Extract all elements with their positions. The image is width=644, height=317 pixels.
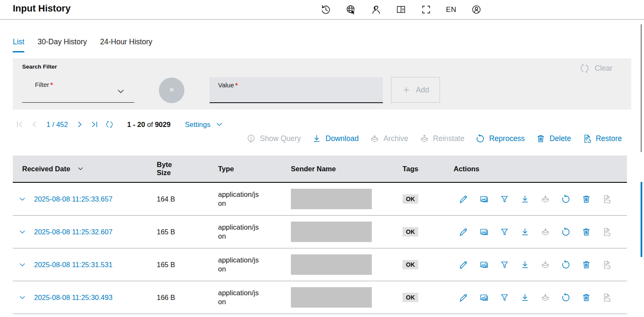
sender-name-redacted bbox=[291, 189, 372, 209]
row-expand-chevron-icon[interactable] bbox=[18, 195, 26, 203]
pagination: 1 / 452 1 - 20 of 9029 Settings bbox=[15, 118, 224, 131]
value-input[interactable]: Value* bbox=[210, 77, 383, 103]
tab-24-hour-history[interactable]: 24-Hour History bbox=[100, 37, 152, 52]
input-history-page: Input History EN List 30-Day History 24-… bbox=[0, 0, 644, 317]
tags-cell: OK bbox=[402, 260, 454, 269]
archive-button[interactable]: Archive bbox=[370, 134, 408, 144]
filter-icon[interactable] bbox=[500, 194, 509, 204]
reprocess-label: Reprocess bbox=[489, 134, 525, 143]
image-preview-icon[interactable] bbox=[479, 260, 489, 270]
type-value: application/json bbox=[218, 288, 262, 307]
clear-label: Clear bbox=[595, 64, 612, 73]
byte-size-cell: 164 B bbox=[157, 195, 218, 203]
status-badge: OK bbox=[402, 227, 418, 236]
type-value: application/json bbox=[218, 190, 262, 208]
row-expand-chevron-icon[interactable] bbox=[18, 261, 26, 269]
restore-label: Restore bbox=[596, 134, 622, 143]
reprocess-icon[interactable] bbox=[561, 227, 571, 237]
edit-icon[interactable] bbox=[459, 260, 469, 270]
received-date-link[interactable]: 2025-08-08 11:25:33.657 bbox=[34, 195, 112, 203]
language-selector[interactable]: EN bbox=[446, 6, 457, 14]
refresh-icon[interactable] bbox=[105, 120, 114, 129]
download-icon[interactable] bbox=[520, 194, 530, 204]
settings-button[interactable]: Settings bbox=[185, 120, 224, 129]
archive-icon[interactable] bbox=[540, 293, 550, 303]
delete-icon[interactable] bbox=[581, 194, 591, 204]
download-label: Download bbox=[325, 134, 359, 143]
help-book-icon[interactable] bbox=[396, 4, 406, 15]
filter-icon[interactable] bbox=[500, 227, 509, 237]
delete-icon[interactable] bbox=[581, 260, 591, 270]
column-received-date[interactable]: Received Date bbox=[13, 165, 157, 173]
image-preview-icon[interactable] bbox=[479, 227, 489, 237]
received-date-link[interactable]: 2025-08-08 11:25:31.531 bbox=[34, 261, 112, 269]
info-icon bbox=[246, 134, 256, 144]
filter-icon[interactable] bbox=[500, 260, 509, 270]
edit-icon[interactable] bbox=[459, 293, 469, 303]
row-expand-chevron-icon[interactable] bbox=[18, 294, 26, 302]
sender-name-cell bbox=[291, 254, 402, 275]
show-query-button[interactable]: Show Query bbox=[246, 134, 301, 144]
page-indicator[interactable]: 1 / 452 bbox=[46, 121, 68, 129]
archive-icon[interactable] bbox=[540, 260, 550, 270]
table-scrollbar-thumb[interactable] bbox=[641, 182, 642, 257]
delete-label: Delete bbox=[549, 134, 571, 143]
restore-icon[interactable] bbox=[602, 260, 612, 270]
sort-chevron-icon[interactable] bbox=[77, 165, 84, 173]
archive-icon[interactable] bbox=[540, 227, 550, 237]
table-row: 2025-08-08 11:25:30.493 166 B applicatio… bbox=[13, 281, 627, 314]
column-actions: Actions bbox=[454, 165, 627, 173]
edit-icon[interactable] bbox=[459, 227, 469, 237]
edit-icon[interactable] bbox=[459, 194, 469, 204]
clear-button[interactable]: Clear bbox=[579, 63, 612, 74]
reprocess-button[interactable]: Reprocess bbox=[475, 134, 525, 144]
first-page-icon[interactable] bbox=[15, 120, 24, 129]
filter-dropdown[interactable]: Filter* bbox=[22, 77, 134, 103]
add-button[interactable]: Add bbox=[391, 77, 440, 103]
last-page-icon[interactable] bbox=[90, 120, 99, 129]
delete-icon[interactable] bbox=[581, 293, 591, 303]
filter-icon[interactable] bbox=[500, 293, 509, 303]
fullscreen-icon[interactable] bbox=[421, 4, 431, 15]
delete-button[interactable]: Delete bbox=[536, 134, 571, 144]
restore-icon[interactable] bbox=[602, 227, 612, 237]
reprocess-icon[interactable] bbox=[561, 194, 571, 204]
reprocess-icon[interactable] bbox=[561, 293, 571, 303]
history-icon[interactable] bbox=[320, 4, 331, 15]
row-expand-chevron-icon[interactable] bbox=[18, 228, 26, 236]
sender-name-redacted bbox=[291, 222, 372, 242]
globe-icon[interactable] bbox=[345, 4, 356, 15]
image-preview-icon[interactable] bbox=[479, 194, 489, 204]
chevron-down-icon bbox=[116, 86, 126, 96]
reinstate-button[interactable]: Reinstate bbox=[420, 134, 465, 144]
search-filter-panel: Search Filter Filter* = Value* Add Clear bbox=[13, 58, 631, 110]
tab-list[interactable]: List bbox=[13, 37, 24, 52]
page-scrollbar-thumb[interactable] bbox=[641, 24, 642, 152]
tab-30-day-history[interactable]: 30-Day History bbox=[37, 37, 87, 52]
received-date-header-label: Received Date bbox=[22, 165, 70, 173]
restore-button[interactable]: Restore bbox=[582, 134, 622, 144]
reprocess-icon[interactable] bbox=[561, 260, 571, 270]
next-page-icon[interactable] bbox=[75, 120, 84, 129]
type-value: application/json bbox=[218, 223, 262, 241]
support-icon[interactable] bbox=[371, 4, 381, 15]
previous-page-icon[interactable] bbox=[30, 120, 39, 129]
received-date-link[interactable]: 2025-08-08 11:25:32.607 bbox=[34, 228, 112, 236]
download-icon[interactable] bbox=[520, 260, 530, 270]
account-icon[interactable] bbox=[471, 4, 482, 15]
received-date-link[interactable]: 2025-08-08 11:25:30.493 bbox=[34, 294, 112, 302]
archive-icon[interactable] bbox=[540, 194, 550, 204]
image-preview-icon[interactable] bbox=[479, 293, 489, 303]
filter-label: Filter* bbox=[35, 81, 53, 88]
restore-icon[interactable] bbox=[602, 293, 612, 303]
sender-name-cell bbox=[291, 222, 402, 242]
download-button[interactable]: Download bbox=[312, 134, 359, 144]
app-header: Input History EN bbox=[0, 0, 644, 20]
delete-icon[interactable] bbox=[581, 227, 591, 237]
download-icon bbox=[312, 134, 322, 144]
restore-icon[interactable] bbox=[602, 194, 612, 204]
action-toolbar: Show Query Download Archive Reinstate Re… bbox=[246, 133, 622, 144]
add-label: Add bbox=[416, 86, 429, 95]
download-icon[interactable] bbox=[520, 293, 530, 303]
download-icon[interactable] bbox=[520, 227, 530, 237]
